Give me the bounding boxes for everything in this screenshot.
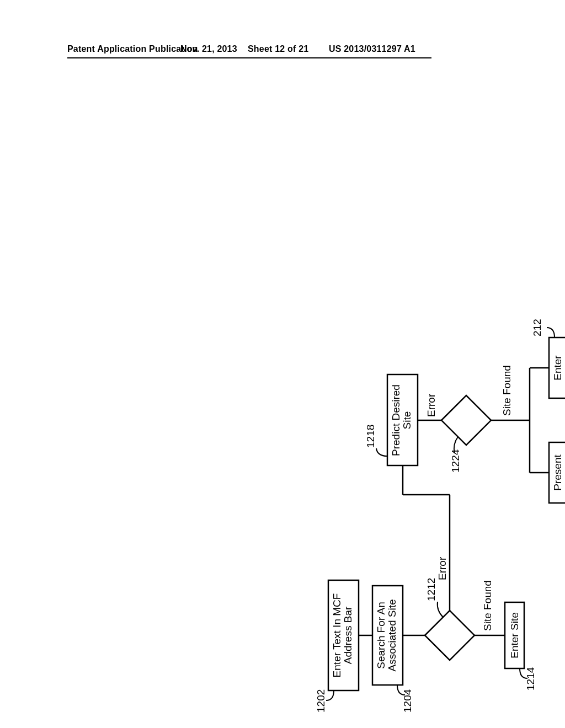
ref-1204: 1204 — [402, 689, 413, 713]
ref-212-enter: 212 — [531, 319, 543, 336]
decision-1224 — [441, 395, 491, 445]
step-search-line1: Search For An — [375, 602, 387, 668]
step-enter-text-line2: Address Bar — [342, 606, 354, 664]
step-search-associated: Search For An Associated Site — [372, 586, 403, 685]
present-line2: Predicted — [563, 451, 565, 495]
step-predict-line1: Predict Desired — [390, 384, 402, 456]
step-enter-predicted: Enter Predicted Site — [549, 338, 565, 398]
d1212-error-label: Error — [436, 556, 448, 580]
ref-1224: 1224 — [450, 449, 461, 473]
ref-1212: 1212 — [425, 578, 437, 601]
decision-1212 — [425, 611, 475, 660]
step-present-predicted: Present Predicted Site — [549, 442, 565, 503]
header-pubno: US 2013/0311297 A1 — [329, 44, 415, 54]
step-enter-site: Enter Site — [505, 602, 524, 668]
present-line1: Present — [552, 454, 563, 491]
d1212-found-label: Site Found — [482, 580, 493, 631]
step-enter-text: Enter Text In MCF Address Bar — [328, 580, 359, 690]
step-predict-desired: Predict Desired Site — [387, 374, 418, 465]
ref-1214: 1214 — [525, 667, 536, 690]
header-date: Nov. 21, 2013 — [180, 44, 237, 54]
header-rule — [67, 57, 431, 58]
enter-pred-line2: Predicted — [563, 346, 565, 390]
header-publication: Patent Application Publication — [67, 44, 198, 54]
header-sheet: Sheet 12 of 21 — [248, 44, 308, 54]
d1224-error-label: Error — [425, 393, 437, 417]
step-enter-text-line1: Enter Text In MCF — [331, 593, 343, 678]
d1224-found-label: Site Found — [501, 365, 513, 416]
flowchart: Enter Text In MCF Address Bar 1202 Searc… — [320, 326, 565, 713]
step-enter-site-label: Enter Site — [509, 612, 520, 658]
step-search-line2: Associated Site — [386, 599, 398, 672]
ref-1218: 1218 — [365, 425, 376, 448]
ref-1202: 1202 — [315, 689, 327, 713]
step-predict-line2: Site — [401, 411, 413, 430]
enter-pred-line1: Enter — [552, 355, 563, 381]
